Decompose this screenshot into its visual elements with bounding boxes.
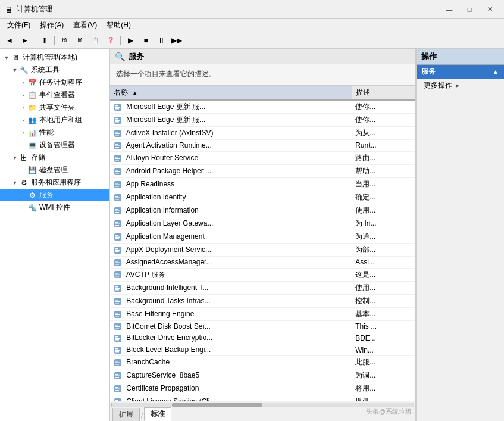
close-button[interactable]: ✕: [480, 3, 499, 16]
horizontal-scrollbar[interactable]: [110, 401, 415, 408]
svg-rect-17: [115, 157, 118, 158]
svg-rect-61: [115, 300, 118, 301]
table-row[interactable]: Application Management 为通...: [110, 230, 415, 243]
service-name-cell: Application Layer Gatewa...: [110, 217, 352, 230]
local-users-expand[interactable]: ›: [19, 116, 27, 124]
table-row[interactable]: Background Intelligent T... 使用...: [110, 281, 415, 294]
table-row[interactable]: Microsoft Edge 更新 服... 使你...: [110, 100, 415, 114]
table-row[interactable]: AppX Deployment Servic... 为部...: [110, 243, 415, 256]
svg-rect-67: [115, 316, 119, 317]
services-apps-expand[interactable]: ▼: [11, 179, 19, 187]
tree-item-wmi[interactable]: › 🔩 WMI 控件: [0, 201, 109, 214]
col-desc[interactable]: 描述: [352, 86, 415, 100]
table-row[interactable]: AllJoyn Router Service 路由...: [110, 151, 415, 164]
table-row[interactable]: App Readiness 当用...: [110, 177, 415, 191]
tree-root[interactable]: ▼ 🖥 计算机管理(本地): [0, 51, 109, 64]
tab-standard[interactable]: 标准: [144, 407, 171, 421]
table-row[interactable]: CaptureService_8bae5 为调...: [110, 369, 415, 382]
tree-item-event-viewer[interactable]: › 📋 事件查看器: [0, 89, 109, 101]
table-row[interactable]: Block Level Backup Engi... Win...: [110, 344, 415, 356]
tree-item-services-apps[interactable]: ▼ ⚙ 服务和应用程序: [0, 176, 109, 189]
table-row[interactable]: AVCTP 服务 这是...: [110, 268, 415, 281]
toolbar-help[interactable]: ❓: [104, 34, 118, 47]
maximize-button[interactable]: □: [460, 3, 479, 16]
toolbar-up[interactable]: ⬆: [37, 34, 52, 47]
tree-item-shared-folders[interactable]: › 📁 共享文件夹: [0, 101, 109, 114]
table-row[interactable]: Android Package Helper ... 帮助...: [110, 164, 415, 177]
tree-item-disk-management[interactable]: › 💾 磁盘管理: [0, 164, 109, 176]
service-desc: 为调...: [355, 371, 375, 379]
service-name: Application Management: [126, 232, 205, 241]
tree-item-system-tools[interactable]: ▼ 🔧 系统工具: [0, 64, 109, 76]
toolbar-properties[interactable]: 📋: [88, 34, 102, 47]
task-scheduler-expand[interactable]: ›: [19, 79, 27, 87]
tree-item-task-scheduler[interactable]: › 📅 任务计划程序: [0, 76, 109, 89]
services-table-area[interactable]: 名称 ▲ 描述 Microsoft: [110, 86, 415, 401]
service-name-cell: Application Identity: [110, 191, 352, 204]
scrollbar-thumb[interactable]: [172, 403, 262, 407]
table-row[interactable]: Microsoft Edge 更新 服... 使你...: [110, 114, 415, 127]
svg-rect-6: [115, 120, 120, 121]
toolbar-back[interactable]: ◄: [2, 34, 17, 47]
tree-item-performance[interactable]: › 📊 性能: [0, 126, 109, 139]
table-row[interactable]: AssignedAccessManager... Assi...: [110, 256, 415, 268]
service-name: AppX Deployment Servic...: [126, 245, 211, 254]
table-row[interactable]: Agent Activation Runtime... Runt...: [110, 140, 415, 152]
service-desc: 确定...: [355, 193, 375, 201]
svg-rect-31: [115, 199, 119, 200]
toolbar-run[interactable]: ▶: [123, 34, 137, 47]
service-row-icon: [114, 322, 122, 330]
svg-rect-91: [115, 390, 119, 391]
table-row[interactable]: ActiveX Installer (AxInstSV) 为从...: [110, 127, 415, 140]
scrollbar-track[interactable]: [111, 403, 414, 407]
services-icon: ⚙: [27, 191, 37, 200]
service-row-icon: [114, 103, 122, 111]
table-row[interactable]: Certificate Propagation 将用...: [110, 382, 415, 395]
service-row-icon: [114, 154, 122, 163]
table-row[interactable]: BitLocker Drive Encryptio... BDE...: [110, 332, 415, 344]
service-row-icon: [114, 284, 122, 292]
menu-view[interactable]: 查看(V): [68, 19, 102, 32]
toolbar-show-hide[interactable]: 🖺: [57, 34, 71, 47]
toolbar-restart[interactable]: ▶▶: [170, 34, 184, 47]
table-row[interactable]: Client License Service (Cli... 提供...: [110, 395, 415, 401]
service-name: AVCTP 服务: [126, 270, 165, 279]
menu-action[interactable]: 操作(A): [35, 19, 68, 32]
service-desc: 控制...: [355, 297, 375, 305]
table-row[interactable]: BitComet Disk Boost Ser... This ...: [110, 320, 415, 332]
right-panel-more-actions[interactable]: 更多操作 ►: [417, 79, 504, 92]
menu-help[interactable]: 帮助(H): [102, 19, 136, 32]
table-row[interactable]: Application Layer Gatewa... 为 In...: [110, 217, 415, 230]
tree-item-storage[interactable]: ▼ 🗄 存储: [0, 151, 109, 164]
task-scheduler-icon: 📅: [27, 78, 37, 88]
minimize-button[interactable]: —: [440, 3, 459, 16]
shared-folders-expand[interactable]: ›: [19, 104, 27, 112]
table-row[interactable]: Background Tasks Infras... 控制...: [110, 294, 415, 307]
service-name: BitComet Disk Boost Ser...: [126, 322, 210, 330]
service-desc: This ...: [355, 322, 377, 330]
performance-expand[interactable]: ›: [19, 129, 27, 137]
tree-item-device-manager[interactable]: › 💻 设备管理器: [0, 139, 109, 151]
table-row[interactable]: Application Information 使用...: [110, 204, 415, 217]
system-tools-expand-icon[interactable]: ▼: [11, 66, 19, 74]
svg-rect-70: [115, 326, 120, 328]
service-desc-cell: 使用...: [352, 281, 415, 294]
event-viewer-expand[interactable]: ›: [19, 91, 27, 99]
service-row-icon: [114, 385, 122, 393]
tree-root-expand[interactable]: ▼: [2, 54, 11, 62]
toolbar-forward[interactable]: ►: [18, 34, 32, 47]
table-row[interactable]: Base Filtering Engine 基本...: [110, 307, 415, 320]
tree-item-services[interactable]: › ⚙ 服务: [0, 189, 109, 201]
tree-item-local-users[interactable]: › 👥 本地用户和组: [0, 114, 109, 126]
table-row[interactable]: BranchCache 此服...: [110, 356, 415, 369]
storage-expand-icon[interactable]: ▼: [11, 154, 19, 162]
menu-file[interactable]: 文件(F): [2, 19, 35, 32]
title-bar-controls: — □ ✕: [440, 3, 499, 16]
tab-expand[interactable]: 扩展: [112, 408, 140, 421]
table-row[interactable]: Application Identity 确定...: [110, 191, 415, 204]
col-name[interactable]: 名称 ▲: [110, 86, 352, 100]
toolbar-pause[interactable]: ⏸: [154, 34, 168, 47]
svg-rect-77: [115, 348, 118, 350]
toolbar-stop[interactable]: ■: [139, 34, 153, 47]
toolbar-new-window[interactable]: 🖺: [73, 34, 87, 47]
